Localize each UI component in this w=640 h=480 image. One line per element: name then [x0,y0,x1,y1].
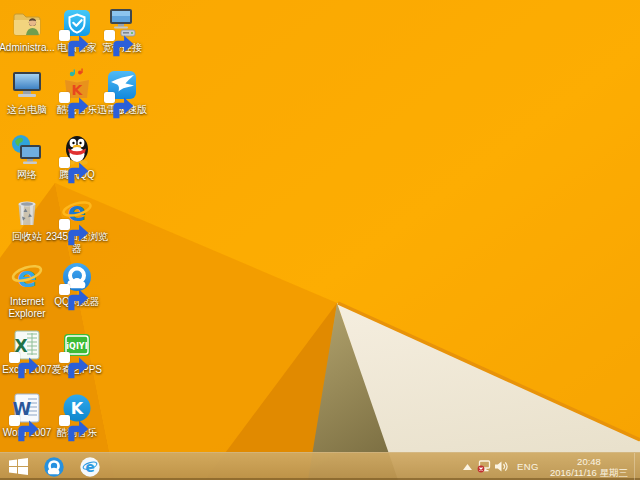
blue-e-browser-icon: e [60,195,94,229]
show-desktop-button[interactable] [634,453,640,480]
speaker-icon [494,460,508,473]
excel-icon: X [10,328,44,362]
penguin-icon [60,133,94,167]
shortcut-arrow-overlay [9,352,20,363]
qq-browser-taskbar-icon [43,456,65,478]
computer-icon [10,68,44,102]
network-status-button[interactable] [476,453,493,480]
bird-icon [105,68,139,102]
network-disconnected-icon [477,460,492,473]
volume-button[interactable] [493,453,510,480]
desktop-icon-2345-browser[interactable]: e 2345加速浏览器 [42,195,112,255]
desktop-icon-kugou-music[interactable]: K 酷狗音乐 [42,391,112,439]
recycle-bin-icon [10,195,44,229]
shortcut-arrow-overlay [59,352,70,363]
internet-explorer-icon: e [10,260,44,294]
ie-taskbar-icon: e [79,456,101,478]
taskbar-internet-explorer-button[interactable]: e [72,453,108,480]
windows-flag-icon [9,458,28,475]
desktop-icon-qq-browser[interactable]: QQ浏览器 [42,260,112,308]
shortcut-arrow-overlay [9,415,20,426]
shortcut-arrow-overlay [104,92,115,103]
blue-circle-cloud-icon [60,260,94,294]
shortcut-arrow-overlay [59,30,70,41]
system-tray: ENG 20:48 2016/11/16 星期三 [459,453,640,480]
user-folder-icon [10,6,44,40]
globe-monitor-icon [10,133,44,167]
clock-time: 20:48 [577,456,601,467]
desktop-icon-broadband-connection[interactable]: 宽带连接 [87,6,157,54]
start-button[interactable] [0,453,36,480]
shortcut-arrow-overlay [59,415,70,426]
taskbar-qq-browser-button[interactable] [36,453,72,480]
chevron-up-icon [463,464,472,470]
desktop-icon-thunder-speed[interactable]: 迅雷极速版 [87,68,157,116]
svg-text:iQIYI: iQIYI [66,342,87,351]
taskbar-clock[interactable]: 20:48 2016/11/16 星期三 [546,453,634,480]
shortcut-arrow-overlay [59,92,70,103]
word-icon: W [10,391,44,425]
desktop: Administra... 电脑管家 [0,0,640,480]
clock-date: 2016/11/16 星期三 [550,467,628,478]
desktop-icon-iqiyi-pps[interactable]: iQIYI 爱奇艺PPS [42,328,112,376]
language-indicator[interactable]: ENG [510,461,546,472]
shortcut-arrow-overlay [59,219,70,230]
kugou-k-icon: K [60,391,94,425]
shortcut-arrow-overlay [59,157,70,168]
desktop-icon-tencent-qq[interactable]: 腾讯QQ [42,133,112,181]
taskbar: e [0,452,640,480]
monitor-modem-icon [105,6,139,40]
show-hidden-icons-button[interactable] [459,453,476,480]
shortcut-arrow-overlay [59,284,70,295]
shortcut-arrow-overlay [104,30,115,41]
iqiyi-icon: iQIYI [60,328,94,362]
